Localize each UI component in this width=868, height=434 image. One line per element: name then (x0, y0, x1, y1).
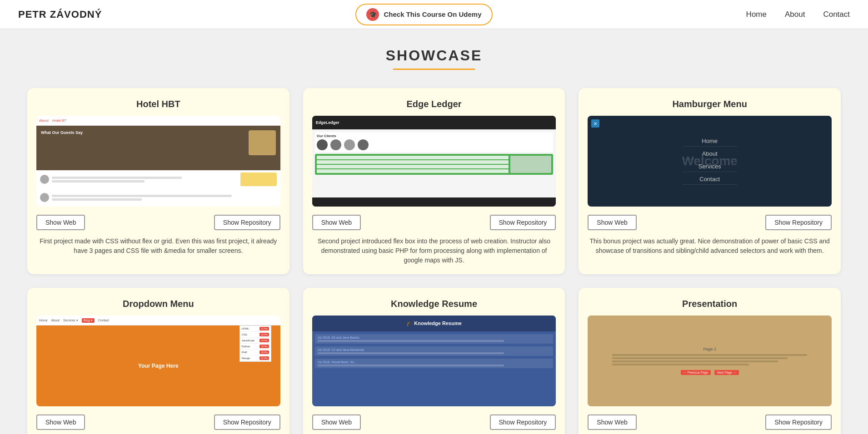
cta-label: Check This Course On Udemy (384, 10, 481, 18)
card-dropdown-menu: Dropdown Menu HomeAboutServices ▾Blog ▾C… (27, 288, 289, 434)
card-title-knowledge-resume: Knowledge Resume (391, 299, 477, 309)
card-title-dropdown-menu: Dropdown Menu (123, 299, 194, 309)
show-repo-button-dropdown-menu[interactable]: Show Repository (214, 414, 280, 430)
card-description-hotel-hbt: First project made with CSS without flex… (36, 237, 280, 256)
udemy-icon: 🎓 (366, 8, 379, 21)
card-description-edge-ledger: Second project introduced flex box into … (312, 237, 556, 265)
show-repo-button-presentation[interactable]: Show Repository (765, 414, 832, 430)
site-title: PETR ZÁVODNÝ (18, 9, 102, 20)
card-presentation: Presentation Page 2 ← Previous Page Next… (579, 288, 841, 434)
card-description-hamburger-menu: This bonus project was actually great. N… (588, 237, 832, 256)
nav-home[interactable]: Home (746, 10, 767, 19)
showcase-grid: Hotel HBT AboutHotel BT What Our Guests … (27, 88, 841, 434)
card-title-hamburger-menu: Hamburger Menu (672, 99, 747, 109)
show-web-button-dropdown-menu[interactable]: Show Web (36, 414, 85, 430)
main-nav: Home About Contact (746, 10, 850, 19)
card-knowledge-resume: Knowledge Resume 🎓 Knowledge Resume Jul … (303, 288, 565, 434)
show-web-button-hamburger-menu[interactable]: Show Web (588, 215, 636, 230)
card-preview-dropdown-menu: HomeAboutServices ▾Blog ▾Contact Your Pa… (36, 316, 280, 406)
card-hamburger-menu: Hamburger Menu ✕ Welcome Home About Serv… (579, 88, 841, 274)
card-hotel-hbt: Hotel HBT AboutHotel BT What Our Guests … (27, 88, 289, 274)
section-title: SHOWCASE (27, 47, 841, 64)
card-preview-knowledge-resume: 🎓 Knowledge Resume Jul 2018: Git and Jav… (312, 316, 556, 406)
nav-about[interactable]: About (785, 10, 805, 19)
show-repo-button-edge-ledger[interactable]: Show Repository (490, 215, 556, 230)
card-preview-edge-ledger: EdgeLedger Our Clients (312, 116, 556, 207)
card-buttons-knowledge-resume: Show Web Show Repository (312, 414, 556, 430)
udemy-cta-button[interactable]: 🎓 Check This Course On Udemy (355, 4, 492, 25)
card-title-edge-ledger: Edge Ledger (406, 99, 461, 109)
show-web-button-edge-ledger[interactable]: Show Web (312, 215, 361, 230)
show-repo-button-knowledge-resume[interactable]: Show Repository (490, 414, 556, 430)
show-web-button-presentation[interactable]: Show Web (588, 414, 636, 430)
card-preview-hotel-hbt: AboutHotel BT What Our Guests Say (36, 116, 280, 207)
card-edge-ledger: Edge Ledger EdgeLedger Our Clients (303, 88, 565, 274)
section-underline (393, 69, 475, 70)
card-buttons-hotel-hbt: Show Web Show Repository (36, 215, 280, 230)
show-web-button-knowledge-resume[interactable]: Show Web (312, 414, 361, 430)
card-buttons-edge-ledger: Show Web Show Repository (312, 215, 556, 230)
show-repo-button-hotel-hbt[interactable]: Show Repository (214, 215, 280, 230)
card-buttons-dropdown-menu: Show Web Show Repository (36, 414, 280, 430)
card-preview-presentation: Page 2 ← Previous Page Next Page → (588, 316, 832, 406)
card-buttons-presentation: Show Web Show Repository (588, 414, 832, 430)
nav-contact[interactable]: Contact (823, 10, 850, 19)
card-title-presentation: Presentation (682, 299, 737, 309)
card-preview-hamburger-menu: ✕ Welcome Home About Services Contact (588, 116, 832, 207)
card-title-hotel-hbt: Hotel HBT (136, 99, 180, 109)
show-web-button-hotel-hbt[interactable]: Show Web (36, 215, 85, 230)
card-buttons-hamburger-menu: Show Web Show Repository (588, 215, 832, 230)
show-repo-button-hamburger-menu[interactable]: Show Repository (765, 215, 832, 230)
